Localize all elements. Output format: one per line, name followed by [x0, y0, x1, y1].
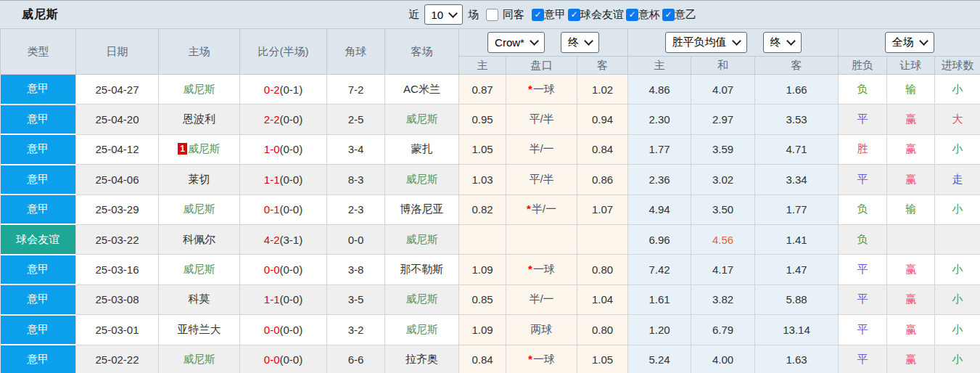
team-name[interactable]: 那不勒斯 [400, 263, 444, 275]
score-cell: 1-1(0-0) [240, 284, 327, 314]
table-row: 球会友谊25-03-22科佩尔4-2(3-1)0-0威尼斯6.964.561.4… [1, 224, 980, 254]
score-full-time: 1-1 [264, 293, 280, 306]
goals-result-cell: 小 [935, 284, 980, 314]
scope-select[interactable]: 全场 [885, 32, 934, 53]
filter-checkbox-3[interactable]: ✓ [662, 9, 675, 21]
team-name[interactable]: 莱切 [189, 173, 210, 185]
team-name[interactable]: 恩波利 [183, 112, 215, 125]
odds-home-cell: 1.03 [459, 165, 506, 194]
table-row: 意甲25-04-06莱切1-1(0-0)8-3威尼斯1.03平/半0.862.3… [1, 165, 980, 194]
avg-away-cell: 13.14 [755, 315, 839, 345]
avg-final-select[interactable]: 终 [763, 32, 802, 53]
score-full-time: 1-0 [264, 143, 280, 155]
home-team-cell: 威尼斯 [159, 345, 240, 373]
team-name[interactable]: 威尼斯 [405, 112, 438, 125]
away-team-cell: 威尼斯 [385, 224, 459, 254]
odds-away-cell [577, 224, 628, 254]
spread-result-cell: 赢 [887, 284, 935, 314]
team-name[interactable]: 威尼斯 [183, 202, 215, 215]
date-cell: 25-03-22 [76, 224, 159, 254]
star-icon: * [528, 83, 532, 95]
team-name[interactable]: 威尼斯 [405, 233, 438, 245]
home-team-cell: 威尼斯 [159, 255, 240, 284]
same-away-checkbox[interactable] [486, 9, 498, 21]
avg-away-cell: 1.66 [755, 75, 839, 104]
score-full-time: 2-2 [264, 113, 280, 126]
results-header: 全场 [839, 29, 980, 57]
avg-away-cell: 1.47 [755, 255, 839, 284]
team-name[interactable]: 蒙扎 [411, 142, 433, 155]
league-cell: 意甲 [1, 284, 76, 314]
avg-draw-cell: 3.02 [691, 165, 755, 194]
avg-home-cell: 1.61 [628, 284, 691, 314]
recent-count-select[interactable]: 10 [424, 4, 463, 25]
subheader-odds-home: 主 [459, 57, 506, 75]
result-cell: 平 [839, 104, 887, 134]
avg-select[interactable]: 胜平负均值 [665, 32, 747, 53]
league-cell: 意甲 [1, 345, 76, 373]
odds-home-cell: 0.82 [459, 194, 506, 224]
company-select[interactable]: Crow* [487, 32, 545, 53]
goals-result-cell: 小 [935, 345, 980, 373]
company-final-select[interactable]: 终 [561, 32, 599, 53]
score-half-time: (0-0) [280, 113, 303, 126]
date-cell: 25-04-27 [76, 75, 159, 104]
filter-checkbox-2[interactable]: ✓ [626, 9, 638, 21]
team-name[interactable]: 威尼斯 [405, 292, 438, 305]
team-name[interactable]: 亚特兰大 [178, 323, 221, 335]
score-full-time: 0-2 [264, 83, 280, 96]
avg-draw-cell: 4.07 [691, 75, 755, 104]
avg-home-cell: 1.77 [628, 134, 691, 164]
handicap-cell: 平/半 [506, 165, 577, 194]
match-rows: 意甲25-04-27威尼斯0-2(0-1)7-2AC米兰0.87*一球1.024… [1, 75, 980, 373]
handicap-cell: 半/一 [506, 284, 577, 314]
team-name[interactable]: 威尼斯 [183, 353, 215, 365]
col-header-home: 主场 [159, 29, 240, 75]
subheader-avg-draw: 和 [691, 57, 755, 75]
odds-home-cell [459, 224, 506, 254]
team-name[interactable]: 威尼斯 [183, 263, 215, 275]
home-team-cell: 威尼斯 [159, 75, 240, 104]
team-name[interactable]: AC米兰 [403, 83, 440, 95]
table-row: 意甲25-04-20恩波利2-2(0-0)2-5威尼斯0.95平/半0.942.… [1, 104, 980, 134]
team-name[interactable]: 拉齐奥 [405, 353, 438, 365]
team-name[interactable]: 科莫 [189, 292, 210, 305]
result-cell: 平 [839, 345, 887, 373]
away-team-cell: 拉齐奥 [385, 345, 459, 373]
team-name[interactable]: 威尼斯 [405, 173, 438, 185]
subheader-odds-away: 客 [577, 57, 628, 75]
team-title: 威尼斯 [22, 7, 59, 22]
subheader-result: 胜负 [839, 57, 887, 75]
filter-checkbox-0[interactable]: ✓ [532, 9, 544, 21]
odds-home-cell: 1.09 [459, 255, 506, 284]
spread-result-cell: 赢 [887, 345, 935, 373]
spread-result-cell: 赢 [887, 315, 935, 345]
team-name[interactable]: 博洛尼亚 [400, 202, 444, 215]
team-name[interactable]: 科佩尔 [183, 233, 215, 245]
filter-controls: 近 10 场 同客 ✓意甲✓球会友谊✓意杯✓意乙 [408, 4, 699, 25]
spread-result-cell: 赢 [887, 134, 935, 164]
away-team-cell: AC米兰 [385, 75, 459, 104]
star-icon: * [528, 353, 532, 365]
avg-home-cell: 7.42 [628, 255, 691, 284]
team-name[interactable]: 威尼斯 [405, 323, 438, 335]
avg-away-cell: 3.34 [755, 165, 839, 194]
score-full-time: 1-1 [264, 173, 280, 186]
handicap-cell: *一球 [506, 345, 577, 373]
score-cell: 0-0(0-0) [240, 255, 327, 284]
score-cell: 0-0(0-0) [240, 345, 327, 373]
filter-checkbox-1[interactable]: ✓ [568, 9, 580, 21]
team-name[interactable]: 威尼斯 [188, 142, 221, 155]
subheader-handicap: 盘口 [506, 57, 577, 75]
odds-away-cell: 1.02 [577, 75, 628, 104]
score-full-time: 0-0 [264, 353, 280, 366]
chevron-down-icon [530, 36, 539, 46]
team-name[interactable]: 威尼斯 [183, 83, 215, 95]
chevron-down-icon [919, 36, 928, 46]
avg-draw-cell: 4.56 [691, 224, 755, 254]
score-half-time: (0-0) [280, 263, 303, 276]
goals-result-cell: 小 [935, 75, 980, 104]
table-row: 意甲25-03-16威尼斯0-0(0-0)3-8那不勒斯1.09*一球0.807… [1, 255, 980, 284]
away-team-cell: 博洛尼亚 [385, 194, 459, 224]
table-row: 意甲25-04-27威尼斯0-2(0-1)7-2AC米兰0.87*一球1.024… [1, 75, 980, 104]
